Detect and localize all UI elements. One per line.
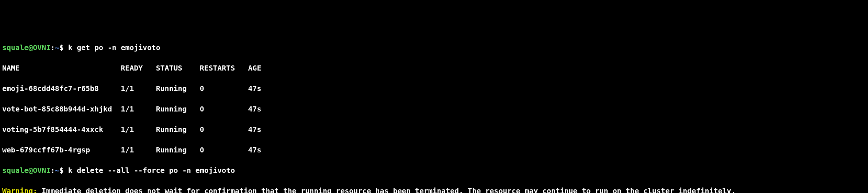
prompt-dollar: $ — [59, 43, 64, 52]
prompt-colon: : — [50, 43, 55, 52]
prompt-at: @ — [28, 166, 33, 175]
table-header-1: NAME READY STATUS RESTARTS AGE — [2, 63, 866, 73]
warning-line: Warning: Immediate deletion does not wai… — [2, 186, 866, 193]
prompt-host: OVNI — [33, 43, 50, 52]
prompt-dollar: $ — [59, 166, 64, 175]
table-row: vote-bot-85c88b944d-xhjkd 1/1 Running 0 … — [2, 104, 866, 114]
prompt-at: @ — [28, 43, 33, 52]
table-row: emoji-68cdd48fc7-r65b8 1/1 Running 0 47s — [2, 83, 866, 94]
prompt-colon: : — [50, 166, 55, 175]
prompt-line-2[interactable]: squale@OVNI:~$ k delete --all --force po… — [2, 165, 866, 175]
table-row: web-679ccff67b-4rgsp 1/1 Running 0 47s — [2, 145, 866, 155]
warning-label: Warning: — [2, 186, 37, 193]
command-get-pods-1: k get po -n emojivoto — [64, 43, 160, 52]
table-row: voting-5b7f854444-4xxck 1/1 Running 0 47… — [2, 124, 866, 135]
command-delete-pods: k delete --all --force po -n emojivoto — [64, 166, 235, 175]
prompt-line-1[interactable]: squale@OVNI:~$ k get po -n emojivoto — [2, 42, 866, 53]
prompt-host: OVNI — [33, 166, 50, 175]
warning-text: Immediate deletion does not wait for con… — [37, 186, 736, 193]
prompt-path: ~ — [55, 166, 59, 175]
prompt-user: squale — [2, 166, 28, 175]
prompt-path: ~ — [55, 43, 59, 52]
prompt-user: squale — [2, 43, 28, 52]
